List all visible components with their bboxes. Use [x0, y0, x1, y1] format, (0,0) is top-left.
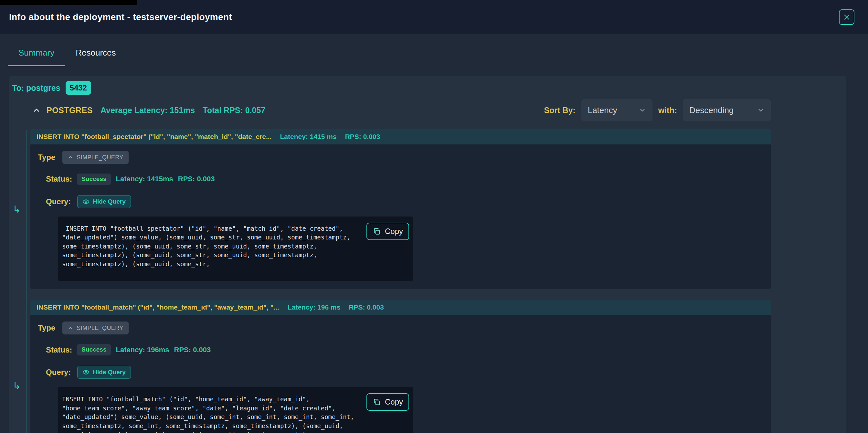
- chevron-up-icon: [67, 154, 73, 160]
- copy-button[interactable]: Copy: [367, 223, 409, 240]
- chevron-down-icon: [757, 106, 764, 114]
- status-latency: Latency: 1415ms: [116, 175, 173, 183]
- sql-code-block: INSERT INTO "football_match" ("id", "hom…: [58, 387, 413, 433]
- status-rps: RPS: 0.003: [178, 175, 215, 183]
- status-badge: Success: [77, 344, 111, 355]
- query-card: INSERT INTO "football_spectator" ("id", …: [30, 129, 771, 289]
- type-label: Type: [38, 323, 55, 333]
- query-latency: Latency: 1415 ms: [280, 133, 337, 141]
- sql-code-block: INSERT INTO "football_spectator" ("id", …: [58, 216, 413, 281]
- copy-button[interactable]: Copy: [367, 393, 409, 411]
- total-rps: Total RPS: 0.057: [203, 106, 265, 115]
- query-card-body: Type SIMPLE_QUERY Status: Success Latenc…: [30, 315, 771, 433]
- type-row: Type SIMPLE_QUERY: [30, 321, 771, 335]
- chevron-down-icon: [639, 106, 646, 114]
- status-rps: RPS: 0.003: [174, 346, 211, 354]
- query-type-toggle[interactable]: SIMPLE_QUERY: [62, 151, 129, 164]
- query-row: Query: Hide Query: [30, 366, 771, 379]
- return-arrow-icon: ↳: [12, 381, 21, 391]
- copy-icon: [373, 227, 381, 236]
- status-label: Status:: [46, 345, 72, 354]
- protocol-summary: POSTGRES Average Latency: 151ms Total RP…: [30, 105, 265, 116]
- hide-query-button[interactable]: Hide Query: [77, 366, 130, 379]
- sql-code-text: INSERT INTO "football_match" ("id", "hom…: [62, 395, 406, 433]
- query-card-header[interactable]: INSERT INTO "football_spectator" ("id", …: [30, 129, 771, 145]
- deployment-summary-panel: ↳ ↳ To: postgres 5432 POSTGRES Average L…: [9, 76, 846, 433]
- query-title: INSERT INTO "football_match" ("id", "hom…: [36, 303, 279, 311]
- copy-label: Copy: [385, 227, 403, 236]
- status-latency: Latency: 196ms: [116, 346, 169, 354]
- query-type-value: SIMPLE_QUERY: [76, 325, 123, 332]
- protocol-section-header: POSTGRES Average Latency: 151ms Total RP…: [30, 99, 771, 121]
- query-rps: RPS: 0.003: [349, 303, 384, 311]
- sort-controls: Sort By: Latency with: Descending: [544, 99, 771, 121]
- query-title: INSERT INTO "football_spectator" ("id", …: [36, 133, 272, 141]
- query-rps: RPS: 0.003: [345, 133, 380, 141]
- query-type-value: SIMPLE_QUERY: [76, 154, 123, 161]
- sort-by-label: Sort By:: [544, 106, 575, 115]
- destination-label: To: postgres: [12, 83, 60, 93]
- query-latency: Latency: 196 ms: [288, 303, 340, 311]
- hide-query-label: Hide Query: [93, 369, 125, 376]
- tree-connector-line: [26, 130, 27, 433]
- port-badge: 5432: [66, 81, 91, 95]
- query-card-body: Type SIMPLE_QUERY Status: Success Latenc…: [30, 145, 771, 289]
- close-icon: [843, 13, 850, 21]
- collapse-section-button[interactable]: [30, 105, 43, 116]
- page-title: Info about the deployment - testserver-d…: [9, 12, 232, 22]
- return-arrow-icon: ↳: [12, 205, 21, 214]
- query-card: INSERT INTO "football_match" ("id", "hom…: [30, 300, 771, 433]
- query-card-header[interactable]: INSERT INTO "football_match" ("id", "hom…: [30, 300, 771, 315]
- type-row: Type SIMPLE_QUERY: [30, 151, 771, 164]
- query-label: Query:: [46, 197, 71, 206]
- hide-query-button[interactable]: Hide Query: [77, 195, 130, 208]
- hide-query-label: Hide Query: [93, 198, 125, 205]
- sort-direction-value: Descending: [689, 105, 734, 115]
- status-badge: Success: [77, 174, 111, 185]
- status-row: Status: Success Latency: 1415ms RPS: 0.0…: [30, 174, 771, 185]
- query-label: Query:: [46, 368, 71, 377]
- copy-label: Copy: [385, 398, 403, 406]
- destination-row: To: postgres 5432: [9, 81, 846, 95]
- sort-with-label: with:: [658, 106, 677, 115]
- tab-summary[interactable]: Summary: [8, 48, 65, 66]
- average-latency: Average Latency: 151ms: [100, 106, 195, 115]
- close-button[interactable]: [839, 9, 855, 25]
- top-black-bar: [0, 0, 137, 5]
- sql-code-text: INSERT INTO "football_spectator" ("id", …: [62, 224, 406, 269]
- type-label: Type: [38, 153, 55, 162]
- sort-field-select[interactable]: Latency: [581, 99, 652, 121]
- query-type-toggle[interactable]: SIMPLE_QUERY: [62, 321, 129, 335]
- query-card-list: INSERT INTO "football_spectator" ("id", …: [30, 129, 771, 433]
- chevron-up-icon: [67, 325, 73, 331]
- tab-resources[interactable]: Resources: [65, 48, 126, 66]
- status-row: Status: Success Latency: 196ms RPS: 0.00…: [30, 344, 771, 355]
- protocol-name: POSTGRES: [46, 106, 93, 115]
- tab-bar: Summary Resources: [8, 48, 868, 66]
- eye-icon: [83, 369, 90, 376]
- copy-icon: [373, 398, 381, 406]
- eye-icon: [83, 198, 90, 205]
- status-label: Status:: [46, 175, 72, 184]
- sort-direction-select[interactable]: Descending: [683, 99, 771, 121]
- sort-field-value: Latency: [588, 105, 617, 115]
- query-row: Query: Hide Query: [30, 195, 771, 208]
- chevron-up-icon: [32, 106, 41, 114]
